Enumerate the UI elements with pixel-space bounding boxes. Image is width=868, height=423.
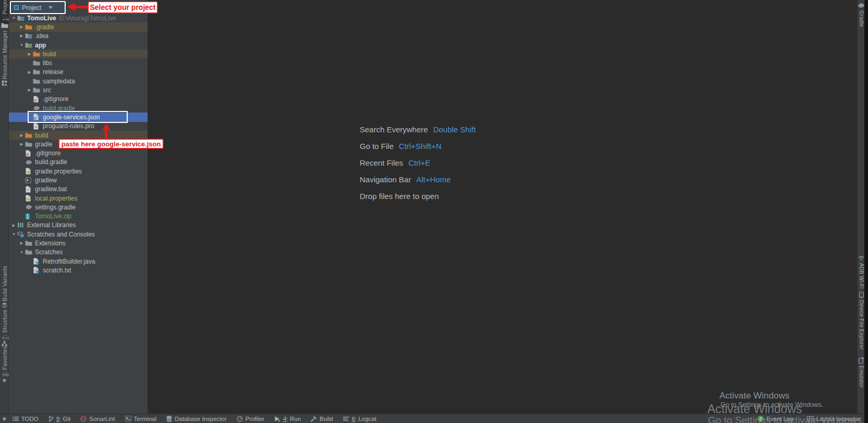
tree-item-sampledata[interactable]: sampledata — [9, 77, 148, 85]
tree-item-label: release — [43, 68, 63, 76]
tree-item-google-services-json[interactable]: google-services.json — [9, 113, 148, 121]
tool-stripe-button-emulator[interactable]: Emulator — [858, 356, 865, 388]
tree-item-gradle-properties[interactable]: gradle.properties — [9, 167, 148, 176]
folder-app-icon — [25, 42, 33, 49]
tree-collapsed-icon[interactable]: ▶ — [10, 223, 17, 228]
tool-window-switcher-star-icon[interactable]: ★ — [2, 416, 7, 422]
tree-item-release[interactable]: ▶release — [9, 68, 148, 77]
tree-item-proguard-rules-pro[interactable]: proguard-rules.pro — [9, 122, 148, 131]
status-bar-item-6-logcat[interactable]: 6: Logcat — [343, 415, 376, 422]
tree-collapsed-icon[interactable]: ▶ — [18, 241, 25, 245]
tree-item-tomolive-zip[interactable]: TomoLive.zip — [9, 212, 148, 221]
tree-item-local-properties[interactable]: local.properties — [9, 194, 148, 203]
tree-item-extensions[interactable]: ▶Extensions — [9, 239, 148, 247]
tree-collapsed-icon[interactable]: ▶ — [18, 142, 25, 146]
folder-icon — [33, 68, 41, 76]
shortcut-hint: Drop files here to open — [360, 192, 476, 201]
tree-item-label: libs — [43, 59, 52, 67]
status-bar-item-label: Profiler — [246, 416, 264, 422]
tool-stripe-button-device-file-explorer[interactable]: Device File Explorer — [858, 291, 865, 350]
git-branch-icon — [48, 416, 54, 422]
tree-item-scratches[interactable]: ▼Scratches — [9, 248, 148, 257]
project-tool-window: Project ▼TomoLiveD:\Anurag\TomoLive▶.gra… — [9, 0, 148, 414]
status-bar-item-build[interactable]: Build — [311, 415, 333, 423]
tree-expanded-icon[interactable]: ▼ — [10, 232, 17, 237]
tree-item-label: Scratches — [35, 248, 63, 256]
favorites-star-icon: ★ — [2, 377, 7, 383]
status-bar-item-label: Terminal — [134, 416, 156, 422]
tree-item-gradlew[interactable]: gradlew — [9, 176, 148, 184]
tree-collapsed-icon[interactable]: ▶ — [26, 88, 33, 92]
tree-item-label: sampledata — [43, 78, 75, 85]
tree-item-retrofitbuilder-java[interactable]: RetrofitBuilder.java — [9, 257, 148, 266]
shortcut-label: Go to File — [360, 142, 394, 151]
status-bar-item-terminal[interactable]: Terminal — [125, 415, 156, 422]
tree-item-settings-gradle[interactable]: settings.gradle — [9, 203, 148, 212]
tree-item-scratch-txt[interactable]: scratch.txt — [9, 266, 148, 275]
status-bar-item-9-git[interactable]: 9: Git — [48, 415, 71, 423]
tree-item-scratches-and-consoles[interactable]: ▼Scratches and Consoles — [9, 230, 148, 239]
sonarlint-icon — [80, 416, 87, 422]
tree-collapsed-icon[interactable]: ▶ — [26, 52, 33, 56]
tree-item-build-gradle[interactable]: build.gradle — [9, 158, 148, 167]
zip-file-icon — [25, 213, 33, 220]
tree-item--gradle[interactable]: ▶.gradle — [9, 22, 148, 31]
tree-item-tomolive[interactable]: ▼TomoLiveD:\Anurag\TomoLive — [9, 14, 148, 22]
tree-item-external-libraries[interactable]: ▶External Libraries — [9, 221, 148, 230]
tree-item-gradlew-bat[interactable]: gradlew.bat — [9, 185, 148, 194]
tree-collapsed-icon[interactable]: ▶ — [18, 34, 25, 38]
status-bar-item-event-log[interactable]: 2Event Log — [757, 416, 793, 422]
tree-item-label: build — [35, 132, 48, 139]
status-bar-item-todo[interactable]: TODO — [13, 415, 39, 422]
status-bar-item-profiler[interactable]: Profiler — [237, 415, 264, 423]
text-file-icon — [25, 185, 33, 193]
tool-stripe-label: Emulator — [859, 366, 864, 388]
tool-stripe-button-1-project[interactable]: 1: Project — [0, 0, 9, 26]
tool-stripe-button-7-structure[interactable]: 7: Structure — [0, 309, 9, 342]
gitignore-file-icon — [25, 150, 33, 157]
tree-item-app[interactable]: ▼app — [9, 41, 148, 49]
tool-stripe-button-adb-wi-fi[interactable]: ADB Wi-Fi — [858, 254, 865, 289]
tree-item-label: src — [43, 86, 51, 94]
tree-expanded-icon[interactable]: ▼ — [18, 43, 25, 47]
tree-item-libs[interactable]: libs — [9, 58, 148, 67]
tool-stripe-button-2-favorites[interactable]: 2: Favorites★ — [0, 346, 9, 380]
status-bar-item-database-inspector[interactable]: Database Inspector — [166, 415, 227, 423]
status-bar-item-label: TODO — [21, 416, 39, 422]
tree-item-label: Scratches and Consoles — [27, 231, 95, 238]
text-scratch-icon — [33, 267, 41, 274]
tree-item-label: build.gradle — [43, 105, 75, 112]
tree-expanded-icon[interactable]: ▼ — [18, 251, 25, 255]
tree-item-build-gradle[interactable]: build.gradle — [9, 104, 148, 113]
tool-stripe-label: Device File Explorer — [859, 300, 864, 350]
tree-collapsed-icon[interactable]: ▶ — [18, 25, 25, 29]
tree-collapsed-icon[interactable]: ▶ — [26, 70, 33, 74]
folder-icon — [33, 78, 41, 85]
gradle-stripe-icon — [858, 3, 865, 8]
editor-area — [148, 0, 857, 414]
tree-item-label: RetrofitBuilder.java — [43, 258, 95, 265]
editor-shortcut-hints: Search EverywhereDouble ShiftGo to FileC… — [360, 125, 476, 201]
project-view-dropdown[interactable]: Project — [10, 1, 66, 14]
tool-stripe-button-resource-manager[interactable]: Resource Manager — [0, 30, 9, 125]
tree-item--gitignore[interactable]: .gitignore — [9, 148, 148, 157]
tree-item--gitignore[interactable]: .gitignore — [9, 95, 148, 104]
tree-item-label: gradlew — [35, 177, 57, 184]
folder-icon — [25, 141, 33, 148]
gradle-file-icon — [25, 158, 33, 166]
status-bar-item-layout-inspector[interactable]: Layout Inspector — [807, 415, 861, 422]
tree-item-src[interactable]: ▶src — [9, 85, 148, 94]
status-bar-item-sonarlint[interactable]: SonarLint — [80, 415, 115, 423]
tree-item--idea[interactable]: ▶.idea — [9, 32, 148, 41]
status-bar-item-label: Build — [320, 416, 333, 422]
tree-expanded-icon[interactable]: ▼ — [10, 16, 17, 20]
tool-stripe-button-gradle[interactable]: Gradle — [858, 2, 865, 27]
gradle-file-icon — [33, 105, 41, 112]
status-bar-item-4-run[interactable]: 4: Run — [274, 415, 301, 423]
tree-collapsed-icon[interactable]: ▶ — [18, 133, 25, 138]
database-icon — [166, 416, 172, 422]
tree-item-build[interactable]: ▶build — [9, 49, 148, 58]
tool-stripe-button-build-variants[interactable]: Build Variants — [0, 266, 9, 301]
tree-item-label: .gradle — [35, 23, 54, 31]
console-file-icon — [25, 177, 33, 184]
